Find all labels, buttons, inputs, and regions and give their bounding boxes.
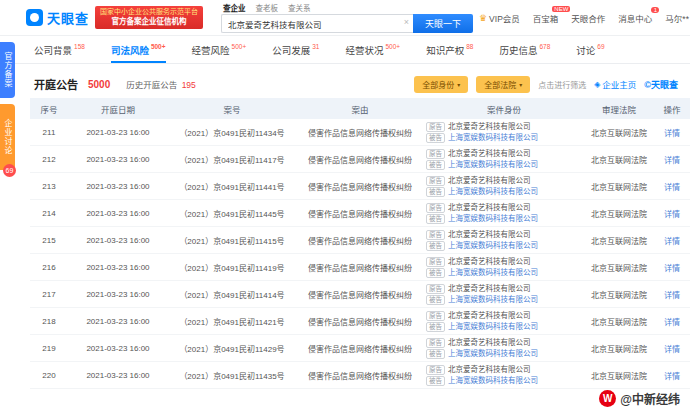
- defendant-tag: 被告: [426, 187, 445, 197]
- row-parties: 原告北京爱奇艺科技有限公司被告上海宽娱数码科技有限公司: [424, 362, 584, 389]
- detail-link[interactable]: 详情: [664, 291, 680, 300]
- filter-identity-dropdown[interactable]: 全部身份 ▾: [414, 76, 468, 93]
- defendant-name-link[interactable]: 上海宽娱数码科技有限公司: [448, 375, 538, 386]
- defendant-line: 被告上海宽娱数码科技有限公司: [426, 132, 582, 143]
- gov-banner-line2: 官方备案企业征信机构: [100, 17, 198, 26]
- row-seq: 214: [30, 200, 68, 227]
- plaintiff-line: 原告北京爱奇艺科技有限公司: [426, 364, 582, 375]
- filter-hint[interactable]: 点击进行筛选: [538, 79, 586, 90]
- tab-label: 历史信息: [499, 43, 537, 57]
- defendant-name-link[interactable]: 上海宽娱数码科技有限公司: [448, 240, 538, 251]
- tab-intellectual-property[interactable]: 知识产权 88: [426, 36, 473, 63]
- col-cause: 案由: [296, 98, 424, 119]
- plaintiff-tag: 原告: [426, 338, 445, 348]
- official-record-ribbon[interactable]: 官方备案: [0, 42, 15, 98]
- detail-link[interactable]: 详情: [664, 237, 680, 246]
- plaintiff-tag: 原告: [426, 284, 445, 294]
- defendant-name-link[interactable]: 上海宽娱数码科技有限公司: [448, 321, 538, 332]
- row-case-number: （2021）京0491民初11441号: [168, 173, 296, 200]
- row-cause: 侵害作品信息网络传播权纠纷: [296, 308, 424, 335]
- detail-link[interactable]: 详情: [664, 345, 680, 354]
- row-seq: 217: [30, 281, 68, 308]
- cooperation-link[interactable]: 天眼合作: [571, 12, 605, 24]
- tab-count: 31: [312, 43, 319, 50]
- company-homepage-link[interactable]: ◈ 企业主页: [594, 78, 636, 90]
- history-announcements-link[interactable]: 历史开庭公告 195: [126, 78, 196, 90]
- vip-crown-icon: ♛: [479, 13, 487, 23]
- tianyancha-logo[interactable]: 天眼查: [26, 8, 89, 27]
- toolbox-link[interactable]: 百宝箱 NEW: [533, 12, 559, 24]
- tab-company-development[interactable]: 公司发展 31: [272, 36, 319, 63]
- row-date: 2021-03-23 16:00: [68, 146, 168, 173]
- search-tabs: 查企业 查老板 查关系: [221, 2, 473, 13]
- row-court: 北京互联网法院: [584, 146, 654, 173]
- tab-label: 经营状况: [345, 43, 383, 57]
- plaintiff-line: 原告北京爱奇艺科技有限公司: [426, 148, 582, 159]
- detail-link[interactable]: 详情: [664, 372, 680, 381]
- table-row: 2162021-03-23 16:00（2021）京0491民初11419号侵害…: [30, 254, 690, 281]
- defendant-name-link[interactable]: 上海宽娱数码科技有限公司: [448, 267, 538, 278]
- table-row: 2142021-03-23 16:00（2021）京0491民初11445号侵害…: [30, 200, 690, 227]
- tab-discussion[interactable]: 讨论 69: [576, 36, 604, 63]
- detail-link[interactable]: 详情: [664, 318, 680, 327]
- table-row: 2122021-03-23 16:00（2021）京0491民初11417号侵害…: [30, 146, 690, 173]
- tab-judicial-risk[interactable]: 司法风险 500+: [111, 36, 166, 63]
- detail-link[interactable]: 详情: [664, 183, 680, 192]
- row-seq: 212: [30, 146, 68, 173]
- header-right-menu: ♛ VIP会员 百宝箱 NEW 天眼合作 消息中心 1 马尔** ▾: [479, 12, 690, 24]
- search-tab-company[interactable]: 查企业: [223, 2, 246, 13]
- filter-identity-label: 全部身份: [422, 79, 454, 90]
- row-seq: 218: [30, 308, 68, 335]
- tab-count: 500+: [151, 43, 166, 50]
- plaintiff-name: 北京爱奇艺科技有限公司: [448, 256, 531, 267]
- table-row: 2182021-03-23 16:00（2021）京0491民初11421号侵害…: [30, 308, 690, 335]
- detail-link[interactable]: 详情: [664, 129, 680, 138]
- col-party-role: 案件身份: [424, 98, 584, 119]
- search-tab-relation[interactable]: 查关系: [288, 2, 311, 13]
- defendant-name-link[interactable]: 上海宽娱数码科技有限公司: [448, 132, 538, 143]
- search-button[interactable]: 天眼一下: [413, 14, 473, 33]
- tab-operation-risk[interactable]: 经营风险 500+: [192, 36, 247, 63]
- vip-member-link[interactable]: ♛ VIP会员: [479, 12, 520, 24]
- message-center-link[interactable]: 消息中心 1: [618, 12, 652, 24]
- plaintiff-name: 北京爱奇艺科技有限公司: [448, 121, 531, 132]
- row-cause: 侵害作品信息网络传播权纠纷: [296, 335, 424, 362]
- gov-certification-banner: 国家中小企业公共服务示范平台 官方备案企业征信机构: [95, 6, 203, 28]
- detail-link[interactable]: 详情: [664, 210, 680, 219]
- row-date: 2021-03-23 16:00: [68, 254, 168, 281]
- user-menu[interactable]: 马尔** ▾: [665, 12, 690, 24]
- row-case-number: （2021）京0491民初11435号: [168, 362, 296, 389]
- detail-link[interactable]: 详情: [664, 156, 680, 165]
- tab-operation-status[interactable]: 经营状况 500+: [345, 36, 400, 63]
- discussion-ribbon[interactable]: 企业讨论: [0, 104, 15, 170]
- defendant-line: 被告上海宽娱数码科技有限公司: [426, 186, 582, 197]
- plaintiff-tag: 原告: [426, 203, 445, 213]
- defendant-name-link[interactable]: 上海宽娱数码科技有限公司: [448, 159, 538, 170]
- search-input[interactable]: [221, 14, 413, 33]
- filter-court-dropdown[interactable]: 全部法院 ▾: [476, 76, 530, 93]
- cooperation-label: 天眼合作: [571, 12, 605, 24]
- clear-search-icon[interactable]: ×: [404, 17, 409, 27]
- watermark-text: @中新经纬: [620, 390, 680, 407]
- tab-label: 讨论: [576, 43, 595, 57]
- tab-history-info[interactable]: 历史信息 678: [499, 36, 550, 63]
- search-tab-boss[interactable]: 查老板: [256, 2, 279, 13]
- row-court: 北京互联网法院: [584, 200, 654, 227]
- table-row: 2202021-03-23 16:00（2021）京0491民初11435号侵害…: [30, 362, 690, 389]
- row-court: 北京互联网法院: [584, 227, 654, 254]
- table-row: 2112021-03-23 16:00（2021）京0491民初11434号侵害…: [30, 119, 690, 146]
- defendant-line: 被告上海宽娱数码科技有限公司: [426, 348, 582, 359]
- defendant-name-link[interactable]: 上海宽娱数码科技有限公司: [448, 213, 538, 224]
- tab-company-background[interactable]: 公司背景 158: [34, 36, 85, 63]
- col-court: 审理法院: [584, 98, 654, 119]
- plaintiff-line: 原告北京爱奇艺科技有限公司: [426, 202, 582, 213]
- tab-count: 678: [539, 43, 550, 50]
- plaintiff-line: 原告北京爱奇艺科技有限公司: [426, 310, 582, 321]
- defendant-tag: 被告: [426, 241, 445, 251]
- history-count: 195: [182, 80, 196, 90]
- defendant-name-link[interactable]: 上海宽娱数码科技有限公司: [448, 186, 538, 197]
- defendant-tag: 被告: [426, 133, 445, 143]
- defendant-name-link[interactable]: 上海宽娱数码科技有限公司: [448, 348, 538, 359]
- detail-link[interactable]: 详情: [664, 264, 680, 273]
- defendant-name-link[interactable]: 上海宽娱数码科技有限公司: [448, 294, 538, 305]
